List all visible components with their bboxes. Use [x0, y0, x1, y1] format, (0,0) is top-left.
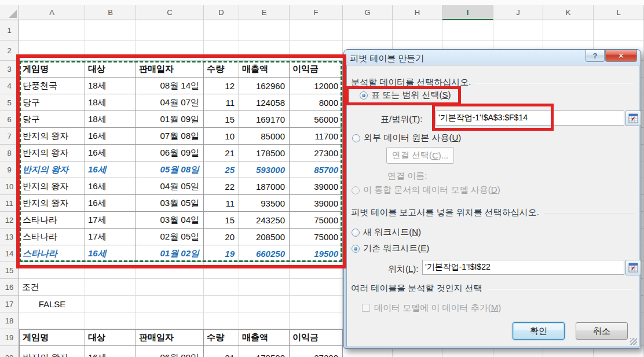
cell-E20[interactable]: 178500: [239, 346, 290, 357]
row-header-1[interactable]: 1: [0, 20, 19, 41]
radio-selected-icon[interactable]: [352, 245, 360, 253]
cell-B2[interactable]: [85, 41, 136, 61]
row-header-20[interactable]: 20: [0, 346, 19, 357]
row-header-15[interactable]: 15: [0, 262, 19, 279]
column-header-J[interactable]: J: [493, 5, 543, 20]
cell-A15[interactable]: [19, 262, 85, 279]
row-header-19[interactable]: 19: [0, 329, 19, 346]
radio-unselected-icon[interactable]: [352, 134, 360, 142]
row-header-3[interactable]: 3: [0, 61, 19, 78]
column-header-G[interactable]: G: [343, 5, 393, 20]
cell-E16[interactable]: [239, 279, 290, 296]
cell-F20[interactable]: 27300: [290, 346, 343, 357]
row-header-11[interactable]: 11: [0, 195, 19, 212]
column-header-K[interactable]: K: [543, 5, 594, 20]
cell-A19[interactable]: 게임명: [19, 329, 85, 346]
cell-A16[interactable]: 조건: [22, 279, 85, 296]
cell-I1[interactable]: [442, 20, 493, 41]
column-header-A[interactable]: A: [19, 5, 85, 20]
cell-F2[interactable]: [290, 41, 343, 61]
cell-C16[interactable]: [136, 279, 204, 296]
radio-select-table-range[interactable]: 표 또는 범위 선택(S): [360, 90, 451, 101]
row-header-6[interactable]: 6: [0, 111, 19, 128]
select-all-corner[interactable]: [0, 5, 19, 20]
row-header-7[interactable]: 7: [0, 128, 19, 145]
cell-C19[interactable]: 판매일자: [136, 329, 204, 346]
cell-B17[interactable]: [85, 296, 136, 312]
cell-E2[interactable]: [239, 41, 290, 61]
radio-unselected-icon[interactable]: [352, 229, 360, 237]
cell-B18[interactable]: [85, 312, 136, 329]
radio-existing-worksheet[interactable]: 기존 워크시트(E): [352, 243, 429, 254]
column-header-H[interactable]: H: [393, 5, 442, 20]
cell-B19[interactable]: 대상: [85, 329, 136, 346]
cell-D20[interactable]: 21: [204, 346, 239, 357]
row-header-2[interactable]: 2: [0, 41, 19, 61]
column-header-L[interactable]: L: [594, 5, 644, 20]
column-header-F[interactable]: F: [290, 5, 343, 20]
cell-F16[interactable]: [290, 279, 343, 296]
radio-new-worksheet[interactable]: 새 워크시트(N): [352, 227, 421, 238]
cell-E18[interactable]: [239, 312, 290, 329]
cell-E1[interactable]: [239, 20, 290, 41]
column-header-D[interactable]: D: [204, 5, 239, 20]
close-icon[interactable]: ✕: [605, 50, 637, 62]
help-icon[interactable]: ?: [586, 50, 605, 62]
cell-D16[interactable]: [204, 279, 239, 296]
cell-C1[interactable]: [136, 20, 204, 41]
add-to-data-model-checkbox[interactable]: [362, 304, 370, 312]
choose-connection-button[interactable]: 연결 선택(C)...: [386, 147, 454, 164]
cell-A2[interactable]: [19, 41, 85, 61]
radio-disabled-icon[interactable]: [352, 186, 360, 194]
cell-B20[interactable]: 16세: [85, 346, 136, 357]
row-header-8[interactable]: 8: [0, 145, 19, 161]
cell-H1[interactable]: [393, 20, 442, 41]
cell-D2[interactable]: [204, 41, 239, 61]
cell-B16[interactable]: [85, 279, 136, 296]
dialog-title[interactable]: 피벗 테이블 만들기: [350, 53, 424, 64]
cell-C20[interactable]: 06월 09일: [136, 346, 204, 357]
cell-D1[interactable]: [204, 20, 239, 41]
cell-C17[interactable]: [136, 296, 204, 312]
ok-button[interactable]: 확인: [513, 322, 565, 340]
cell-D17[interactable]: [204, 296, 239, 312]
cell-D18[interactable]: [204, 312, 239, 329]
cell-C15[interactable]: [136, 262, 204, 279]
row-header-12[interactable]: 12: [0, 212, 19, 229]
cell-A20[interactable]: 반지의 왕자: [19, 346, 85, 357]
cell-C18[interactable]: [136, 312, 204, 329]
cancel-button[interactable]: 취소: [576, 322, 628, 340]
column-header-C[interactable]: C: [136, 5, 204, 20]
cell-A17[interactable]: FALSE: [19, 296, 85, 312]
column-header-B[interactable]: B: [85, 5, 136, 20]
radio-data-model[interactable]: 이 통합 문서의 데이터 모델 사용(D): [352, 185, 500, 196]
cell-A18[interactable]: [19, 312, 85, 329]
row-header-5[interactable]: 5: [0, 94, 19, 111]
cell-D19[interactable]: 수량: [204, 329, 239, 346]
cell-G1[interactable]: [343, 20, 393, 41]
row-header-13[interactable]: 13: [0, 229, 19, 245]
radio-external-source[interactable]: 외부 데이터 원본 사용(U): [352, 133, 461, 143]
row-header-4[interactable]: 4: [0, 78, 19, 94]
row-header-10[interactable]: 10: [0, 178, 19, 195]
cell-E19[interactable]: 매출액: [239, 329, 290, 346]
row-header-18[interactable]: 18: [0, 312, 19, 329]
row-header-14[interactable]: 14: [0, 245, 19, 262]
cell-L1[interactable]: [594, 20, 644, 41]
cell-F19[interactable]: 이익금: [290, 329, 343, 346]
row-header-17[interactable]: 17: [0, 296, 19, 312]
cell-E15[interactable]: [239, 262, 290, 279]
cell-F17[interactable]: [290, 296, 343, 312]
cell-J1[interactable]: [493, 20, 543, 41]
cell-K1[interactable]: [543, 20, 594, 41]
cell-A1[interactable]: [19, 20, 85, 41]
cell-F15[interactable]: [290, 262, 343, 279]
radio-selected-icon[interactable]: [360, 91, 368, 100]
cell-D15[interactable]: [204, 262, 239, 279]
row-header-16[interactable]: 16: [0, 279, 19, 296]
range-picker-button[interactable]: [625, 111, 641, 126]
resize-grip[interactable]: [630, 338, 637, 345]
row-header-9[interactable]: 9: [0, 161, 19, 178]
cell-C2[interactable]: [136, 41, 204, 61]
cell-B1[interactable]: [85, 20, 136, 41]
